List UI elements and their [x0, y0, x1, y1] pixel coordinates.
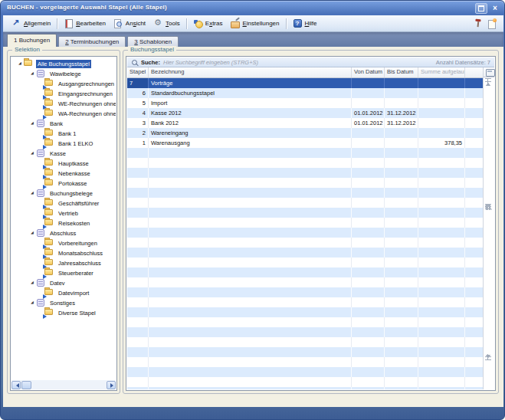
- column-header-bezeichnung[interactable]: Bezeichnung: [149, 67, 352, 77]
- table-row-empty[interactable]: [127, 327, 483, 337]
- tree-item[interactable]: Portokasse: [11, 179, 116, 189]
- table-row-empty[interactable]: [127, 248, 483, 258]
- table-row[interactable]: 3Bank 201201.01.201231.12.2012: [127, 118, 483, 128]
- expander-icon[interactable]: [28, 300, 36, 307]
- tree-item[interactable]: Monatsabschluss: [11, 248, 116, 258]
- tree-item[interactable]: Vorbereitungen: [11, 238, 116, 248]
- table-row[interactable]: 6Standardbuchungsstapel: [127, 88, 483, 98]
- tree-item[interactable]: WA-Rechnungen ohne Wawi: [11, 109, 116, 119]
- table-row-empty[interactable]: [127, 297, 483, 307]
- tree-item[interactable]: Datevimport: [11, 288, 116, 298]
- table-row[interactable]: 7Vorträge: [127, 78, 483, 88]
- tree-item[interactable]: Kasse: [11, 149, 116, 159]
- table-row[interactable]: 4Kasse 201201.01.201231.12.2012: [127, 108, 483, 118]
- table-row-empty[interactable]: [127, 258, 483, 267]
- tree-item[interactable]: Diverse Stapel: [11, 308, 116, 318]
- tree-item[interactable]: Abschluss: [11, 228, 116, 238]
- table-row-empty[interactable]: [127, 188, 483, 198]
- cell-stapel: [127, 367, 149, 377]
- tab-buchungen[interactable]: 1 Buchungen: [7, 34, 57, 47]
- table-row-empty[interactable]: [127, 367, 483, 377]
- search-input[interactable]: Hier Suchbegriff eingeben (STRG+S): [163, 59, 436, 66]
- table-row-empty[interactable]: [127, 158, 483, 168]
- menu-item-ansicht[interactable]: Ansicht: [110, 17, 149, 31]
- column-header-summe[interactable]: Summe aufgelaufen: [418, 67, 465, 77]
- menu-item-bearbeiten[interactable]: Bearbeiten: [60, 17, 110, 31]
- tree-item[interactable]: Bank: [11, 119, 116, 129]
- tree-item[interactable]: Datev: [11, 278, 116, 288]
- folder-go-icon: [44, 259, 54, 267]
- scroll-left-icon[interactable]: [11, 381, 21, 389]
- note-icon[interactable]: [488, 19, 496, 28]
- table-row-empty[interactable]: [127, 357, 483, 367]
- tab-terminbuchungen[interactable]: 2 Terminbuchungen: [58, 36, 126, 47]
- menu-item-extras[interactable]: Extras: [189, 17, 227, 31]
- table-row-empty[interactable]: [127, 287, 483, 297]
- tree-item[interactable]: Wawibelege: [11, 69, 116, 79]
- column-chooser-icon[interactable]: [486, 69, 495, 77]
- close-icon[interactable]: ×: [491, 4, 499, 13]
- table-row-empty[interactable]: [127, 208, 483, 218]
- cell-extra: [465, 287, 483, 297]
- cell-summe: [418, 267, 465, 277]
- restore-window-icon[interactable]: [475, 3, 487, 14]
- table-row-empty[interactable]: [127, 377, 483, 387]
- tree-item[interactable]: Alle Buchungsstapel: [11, 59, 116, 69]
- expander-icon[interactable]: [28, 230, 36, 237]
- tree-item[interactable]: Sonstiges: [11, 298, 116, 308]
- tree-horizontal-scrollbar[interactable]: [11, 380, 116, 389]
- column-header-bis-datum[interactable]: Bis Datum: [385, 67, 418, 77]
- table-row-empty[interactable]: [127, 148, 483, 158]
- table-row-empty[interactable]: [127, 228, 483, 238]
- expander-icon[interactable]: [28, 120, 36, 127]
- tree-item[interactable]: Ausgangsrechnungen: [11, 79, 116, 89]
- menu-item-einstellungen[interactable]: Einstellungen: [226, 17, 283, 31]
- table-row-empty[interactable]: [127, 178, 483, 188]
- tree-item[interactable]: Geschäftsführer: [11, 199, 116, 208]
- menu-item-hilfe[interactable]: Hilfe: [289, 17, 321, 31]
- tree-item[interactable]: Reisekosten: [11, 218, 116, 228]
- table-row-empty[interactable]: [127, 317, 483, 327]
- menu-item-allgemein[interactable]: Allgemein: [8, 17, 54, 31]
- table-row[interactable]: 5Import: [127, 98, 483, 108]
- scrollbar-thumb[interactable]: [21, 381, 31, 389]
- cell-stapel: 3: [127, 118, 149, 128]
- tree-item[interactable]: Eingangsrechnungen: [11, 89, 116, 99]
- table-row-empty[interactable]: [127, 267, 483, 277]
- table-row-empty[interactable]: [127, 387, 483, 389]
- expander-icon[interactable]: [16, 61, 24, 67]
- search-bar[interactable]: Suche: Hier Suchbegriff eingeben (STRG+S…: [127, 57, 494, 67]
- tree-item[interactable]: Jahresabschluss: [11, 258, 116, 268]
- tree-item[interactable]: Vertrieb: [11, 208, 116, 218]
- tree-item[interactable]: Steuerberater: [11, 268, 116, 278]
- table-row-empty[interactable]: [127, 337, 483, 347]
- tree-item[interactable]: WE-Rechnungen ohne Wawi: [11, 99, 116, 109]
- expander-icon[interactable]: [28, 150, 36, 157]
- expander-icon[interactable]: [28, 190, 36, 197]
- tree-item[interactable]: Buchungsbelege: [11, 189, 116, 199]
- table-row-empty[interactable]: [127, 238, 483, 248]
- expander-icon[interactable]: [28, 280, 36, 287]
- tree-item[interactable]: Bank 1 ELKO: [11, 139, 116, 149]
- table-row-empty[interactable]: [127, 277, 483, 287]
- pin-icon[interactable]: [473, 18, 482, 28]
- table-row[interactable]: 1Warenausgang378,35: [127, 138, 483, 148]
- stack-icon: [36, 70, 46, 78]
- table-row-empty[interactable]: [127, 218, 483, 228]
- tab-band: 1 Buchungen2 Terminbuchungen3 Schablonen: [3, 32, 503, 47]
- menu-item-tools[interactable]: Tools: [149, 17, 184, 31]
- tree-item[interactable]: Hauptkasse: [11, 159, 116, 169]
- table-row-empty[interactable]: [127, 168, 483, 178]
- column-header-von-datum[interactable]: Von Datum: [352, 67, 385, 77]
- table-row-empty[interactable]: [127, 347, 483, 357]
- table-row-empty[interactable]: [127, 198, 483, 208]
- table-row[interactable]: 2Wareneingang: [127, 128, 483, 138]
- table-row-empty[interactable]: [127, 307, 483, 317]
- column-header-stapel[interactable]: Stapel: [127, 67, 149, 77]
- scroll-right-icon[interactable]: [107, 381, 116, 389]
- tab-schablonen[interactable]: 3 Schablonen: [127, 36, 179, 47]
- tree-item[interactable]: Nebenkasse: [11, 169, 116, 179]
- tree-item[interactable]: Bank 1: [11, 129, 116, 139]
- grid-strip-header: [484, 67, 494, 77]
- expander-icon[interactable]: [28, 71, 36, 77]
